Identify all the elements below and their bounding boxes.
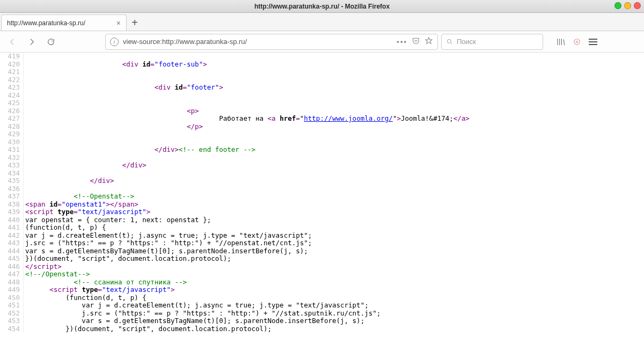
- line-code: </div>: [24, 177, 114, 185]
- line-number: 420: [0, 61, 24, 69]
- source-line: 427 Работает на <a href="http://www.joom…: [0, 115, 644, 123]
- line-number: 438: [0, 201, 24, 209]
- line-code: j.src = ("https:" == p ? "https:" : "htt…: [24, 239, 312, 247]
- source-line: 454 })(document, "script", document.loca…: [0, 325, 644, 333]
- line-number: 427: [0, 115, 24, 123]
- source-line: 442var j = d.createElement(t); j.async =…: [0, 232, 644, 240]
- window-controls: [614, 2, 641, 9]
- browser-tab[interactable]: http://www.paratunka-sp.ru/ ×: [1, 14, 127, 31]
- url-text: view-source:http://www.paratunka-sp.ru/: [123, 38, 392, 46]
- line-code: Работает на <a href="http://www.joomla.o…: [24, 115, 470, 123]
- source-line: 424: [0, 92, 644, 100]
- site-info-icon[interactable]: i: [110, 38, 119, 46]
- source-line: 443j.src = ("https:" == p ? "https:" : "…: [0, 239, 644, 247]
- source-line: 438<span id="openstat1"></span>: [0, 201, 644, 209]
- line-number: 454: [0, 325, 24, 333]
- tab-strip: http://www.paratunka-sp.ru/ × +: [0, 13, 644, 31]
- source-line: 440var openstat = { counter: 1, next: op…: [0, 216, 644, 224]
- bookmark-star-icon[interactable]: [425, 36, 433, 47]
- line-number: 444: [0, 247, 24, 255]
- source-line: 451 var j = d.createElement(t); j.async …: [0, 302, 644, 310]
- line-code: (function(d, t, p) {: [24, 294, 147, 302]
- line-code: </div>: [24, 162, 147, 170]
- line-number: 423: [0, 84, 24, 92]
- line-code: </p>: [24, 123, 203, 131]
- line-code: [24, 92, 25, 100]
- line-number: 449: [0, 286, 24, 294]
- line-code: </script>: [24, 263, 62, 271]
- line-number: 436: [0, 185, 24, 193]
- line-code: [24, 185, 25, 193]
- source-line: 448 <!-- ссанина от спутника -->: [0, 279, 644, 287]
- source-line: 431 </div><!-- end footer -->: [0, 146, 644, 154]
- line-code: <script type="text/javascript">: [24, 208, 150, 216]
- line-number: 422: [0, 76, 24, 84]
- line-number: 445: [0, 255, 24, 263]
- line-code: [24, 170, 25, 178]
- source-line: 452 j.src = ("https:" == p ? "https:" : …: [0, 310, 644, 318]
- close-button[interactable]: [634, 2, 641, 9]
- line-number: 433: [0, 162, 24, 170]
- line-code: var s = d.getElementsByTagName(t)[0]; s.…: [24, 317, 364, 325]
- line-code: [24, 130, 25, 138]
- window-title: http://www.paratunka-sp.ru/ - Mozilla Fi…: [254, 3, 390, 10]
- tab-label: http://www.paratunka-sp.ru/: [7, 19, 85, 27]
- back-button[interactable]: [4, 34, 20, 50]
- source-line: 446</script>: [0, 263, 644, 271]
- source-line: 422: [0, 76, 644, 84]
- url-bar[interactable]: i view-source:http://www.paratunka-sp.ru…: [105, 34, 438, 50]
- source-line: 437 <!--Openstat-->: [0, 193, 644, 201]
- source-line: 444var s = d.getElementsByTagName(t)[0];…: [0, 247, 644, 255]
- line-number: 434: [0, 170, 24, 178]
- line-code: <script type="text/javascript">: [24, 286, 174, 294]
- url-actions: •••: [397, 36, 433, 47]
- source-line: 420 <div id="footer-sub">: [0, 61, 644, 69]
- forward-button[interactable]: [24, 34, 40, 50]
- line-number: 426: [0, 107, 24, 115]
- line-code: })(document, "script", document.location…: [24, 325, 272, 333]
- line-code: var j = d.createElement(t); j.async = tr…: [24, 232, 312, 240]
- svg-point-1: [574, 39, 580, 45]
- line-number: 419: [0, 53, 24, 61]
- line-code: [24, 138, 25, 146]
- source-line: 432: [0, 154, 644, 162]
- source-line: 435 </div>: [0, 177, 644, 185]
- library-icon[interactable]: [556, 37, 566, 47]
- page-actions-icon[interactable]: •••: [397, 38, 407, 46]
- line-number: 435: [0, 177, 24, 185]
- line-code: <!--Openstat-->: [24, 193, 134, 201]
- source-line: 434: [0, 170, 644, 178]
- line-code: <!-- ссанина от спутника -->: [24, 279, 187, 287]
- reload-button[interactable]: [43, 34, 59, 50]
- maximize-button[interactable]: [624, 2, 631, 9]
- line-code: [24, 68, 25, 76]
- line-code: j.src = ("https:" == p ? "https:" : "htt…: [24, 310, 380, 318]
- source-line: 426 <p>: [0, 107, 644, 115]
- line-number: 430: [0, 138, 24, 146]
- source-line: 449 <script type="text/javascript">: [0, 286, 644, 294]
- source-line: 453 var s = d.getElementsByTagName(t)[0]…: [0, 317, 644, 325]
- search-icon: [446, 38, 453, 46]
- extension-icon[interactable]: [572, 37, 582, 47]
- search-bar[interactable]: Поиск: [441, 34, 543, 50]
- hamburger-menu-icon[interactable]: [588, 37, 598, 47]
- line-number: 432: [0, 154, 24, 162]
- line-number: 440: [0, 216, 24, 224]
- source-line: 423 <div id="footer">: [0, 84, 644, 92]
- line-code: <div id="footer-sub">: [24, 61, 207, 69]
- source-line: 430: [0, 138, 644, 146]
- svg-point-0: [447, 39, 451, 43]
- minimize-button[interactable]: [614, 2, 621, 9]
- new-tab-button[interactable]: +: [127, 14, 143, 31]
- navigation-toolbar: i view-source:http://www.paratunka-sp.ru…: [0, 31, 644, 53]
- pocket-icon[interactable]: [412, 36, 420, 47]
- source-line: 425: [0, 99, 644, 107]
- line-number: 446: [0, 263, 24, 271]
- source-line: 439<script type="text/javascript">: [0, 208, 644, 216]
- tab-close-icon[interactable]: ×: [116, 19, 121, 27]
- line-code: [24, 99, 25, 107]
- line-code: <p>: [24, 107, 199, 115]
- line-code: <span id="openstat1"></span>: [24, 201, 138, 209]
- source-line: 447<!--/Openstat-->: [0, 270, 644, 279]
- line-number: 443: [0, 239, 24, 247]
